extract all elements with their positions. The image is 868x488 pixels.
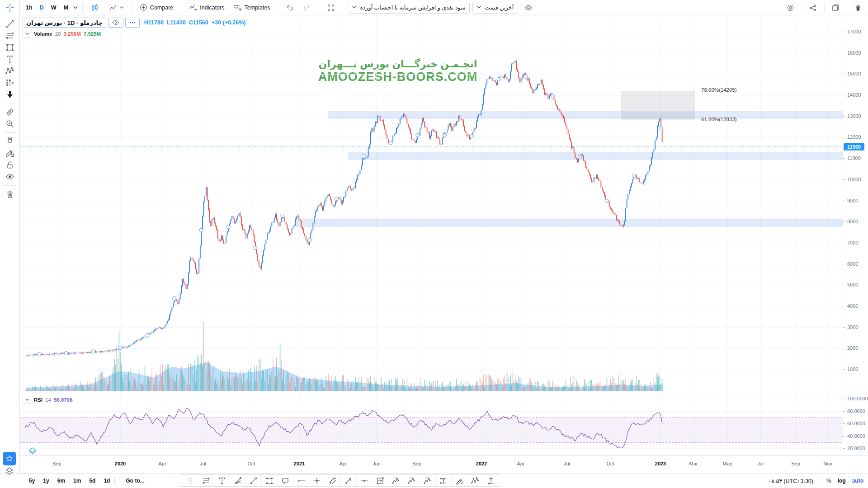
price-tick: 14000 bbox=[843, 92, 861, 98]
redo-button[interactable] bbox=[300, 2, 314, 14]
fav-cross-line[interactable] bbox=[309, 475, 325, 486]
arrow-marker-tool[interactable] bbox=[3, 89, 17, 100]
line-chart-icon bbox=[108, 3, 118, 12]
fav-trend-line[interactable] bbox=[245, 475, 261, 486]
last-price-badge: 11560 bbox=[844, 143, 864, 150]
ruler-icon bbox=[5, 107, 15, 117]
undo-button[interactable] bbox=[283, 2, 297, 14]
fib-level-78-label: 78.60%(14205) bbox=[701, 87, 737, 93]
fav-xabcd[interactable] bbox=[467, 475, 483, 486]
magnet-mode-button[interactable] bbox=[3, 136, 17, 147]
lock-all-drawings-button[interactable] bbox=[3, 159, 17, 171]
symbol-more-button[interactable] bbox=[125, 18, 140, 28]
symbol-eye-button[interactable] bbox=[108, 18, 123, 28]
trend-line-tool[interactable] bbox=[3, 18, 17, 30]
timeframe-1d[interactable]: D bbox=[38, 2, 46, 14]
fullscreen-button[interactable] bbox=[324, 2, 338, 14]
price-range-icon bbox=[486, 476, 495, 485]
indicators-button[interactable]: Indicators bbox=[186, 2, 227, 14]
fav-elliott-impulse[interactable]: 1 5 bbox=[388, 475, 404, 486]
line-style-button[interactable] bbox=[105, 2, 127, 14]
fav-rectangle[interactable] bbox=[261, 475, 277, 486]
timeframe-1w[interactable]: W bbox=[49, 2, 59, 14]
elliott-triangle-label: A E bbox=[425, 476, 429, 479]
cursor-tool-button[interactable] bbox=[3, 2, 17, 14]
hide-all-drawings-button[interactable] bbox=[3, 171, 17, 183]
fav-vertical-measure[interactable] bbox=[435, 475, 451, 486]
volume-value: 3.256M bbox=[63, 31, 80, 37]
timeframe-1m[interactable]: M bbox=[61, 2, 70, 14]
templates-button[interactable]: Templates bbox=[230, 2, 273, 14]
log-scale-button[interactable]: log bbox=[838, 478, 846, 484]
layers-icon bbox=[5, 467, 14, 476]
rectangle-tool[interactable] bbox=[3, 42, 17, 53]
share-button[interactable] bbox=[806, 2, 821, 14]
delete-button[interactable] bbox=[851, 2, 865, 14]
measure-tool[interactable] bbox=[3, 106, 17, 118]
price-tick: 5000 bbox=[843, 282, 858, 287]
indicators-icon bbox=[189, 3, 198, 12]
fav-elliott-correction[interactable]: A C bbox=[404, 475, 420, 486]
time-axis-label: Sep bbox=[412, 461, 421, 466]
fav-elliott-triangle[interactable]: A E bbox=[420, 475, 435, 486]
collapse-pane-icon bbox=[28, 446, 37, 455]
top-toolbar: 1h D W M Compare Indicators Templates bbox=[20, 0, 868, 15]
range-1y[interactable]: 1y bbox=[39, 476, 52, 485]
projection-icon bbox=[5, 78, 15, 88]
auto-scale-button[interactable]: auto bbox=[852, 478, 863, 484]
layouts-button[interactable] bbox=[828, 2, 843, 14]
xabcd-pattern-icon bbox=[5, 66, 15, 76]
adjustment-dropdown[interactable]: سود نقدی و افزایش سرمایه با احتساب آورده bbox=[348, 2, 470, 14]
volume-collapse-button[interactable] bbox=[23, 30, 31, 38]
range-6m[interactable]: 6m bbox=[54, 476, 69, 485]
price-tick: 9000 bbox=[843, 198, 858, 203]
fav-date-price-range[interactable] bbox=[372, 475, 388, 486]
remove-all-drawings-button[interactable] bbox=[3, 188, 17, 200]
percent-scale-button[interactable]: % bbox=[826, 478, 831, 484]
time-axis-label: Mar bbox=[689, 461, 698, 466]
text-tool[interactable] bbox=[3, 53, 17, 65]
fav-horizontal-ray[interactable] bbox=[293, 475, 309, 486]
rsi-axis-tick: 40.0000 bbox=[843, 433, 865, 439]
compare-button[interactable]: Compare bbox=[136, 2, 176, 14]
range-5y[interactable]: 5y bbox=[25, 476, 38, 485]
price-type-dropdown[interactable]: آخرین قیمت bbox=[472, 2, 518, 14]
xabcd-pattern-tool[interactable] bbox=[3, 65, 17, 77]
price-axis[interactable]: 1700016000150001400013000120001100010000… bbox=[843, 15, 868, 455]
range-1m[interactable]: 1m bbox=[70, 476, 85, 485]
symbol-search-box[interactable]: چادرملو · 1D · بورس تهران bbox=[23, 18, 106, 28]
fav-fib-retracement[interactable] bbox=[198, 475, 214, 486]
fav-callout[interactable] bbox=[277, 475, 293, 486]
object-tree-button[interactable] bbox=[5, 467, 14, 478]
projection-tool[interactable] bbox=[3, 77, 17, 89]
drawing-mode-lock-button[interactable] bbox=[3, 147, 17, 159]
candles-style-button[interactable] bbox=[87, 2, 103, 14]
time-axis[interactable]: Sep2020AprJulOct2021AprJunSep2022AprJulO… bbox=[0, 455, 868, 474]
elliott-triangle-icon: A E bbox=[423, 476, 432, 485]
price-chart-canvas[interactable] bbox=[0, 0, 868, 488]
zoom-in-tool[interactable] bbox=[3, 118, 17, 130]
timeframe-1h[interactable]: 1h bbox=[24, 2, 35, 14]
fav-text[interactable] bbox=[214, 475, 230, 486]
fav-parallel-channel[interactable] bbox=[325, 475, 340, 486]
range-5d[interactable]: 5d bbox=[85, 476, 99, 485]
range-1d[interactable]: 1d bbox=[100, 476, 113, 485]
settings-button[interactable] bbox=[783, 2, 798, 14]
fav-fan-lines[interactable] bbox=[230, 475, 245, 486]
rsi-collapse-button[interactable] bbox=[23, 396, 31, 404]
fav-brush[interactable] bbox=[451, 475, 467, 486]
goto-button[interactable]: Go to... bbox=[122, 476, 148, 485]
fav-price-range[interactable] bbox=[483, 475, 499, 486]
fav-arrow[interactable] bbox=[340, 475, 356, 486]
clock-label[interactable]: ۰۸:۵۳ (UTC+3:30) bbox=[769, 478, 813, 484]
favorites-toolbar-button[interactable] bbox=[3, 452, 16, 465]
text-icon bbox=[217, 476, 226, 485]
fib-retracement-tool[interactable] bbox=[3, 30, 17, 42]
fav-horizontal-line[interactable] bbox=[356, 475, 372, 486]
favbar-drag-handle[interactable] bbox=[183, 475, 198, 486]
chevron-down-icon[interactable] bbox=[73, 6, 78, 9]
pane-divider[interactable] bbox=[20, 393, 843, 393]
visibility-button[interactable] bbox=[521, 2, 536, 14]
price-tick: 7000 bbox=[843, 240, 858, 245]
pane-logo-button[interactable] bbox=[28, 446, 37, 456]
